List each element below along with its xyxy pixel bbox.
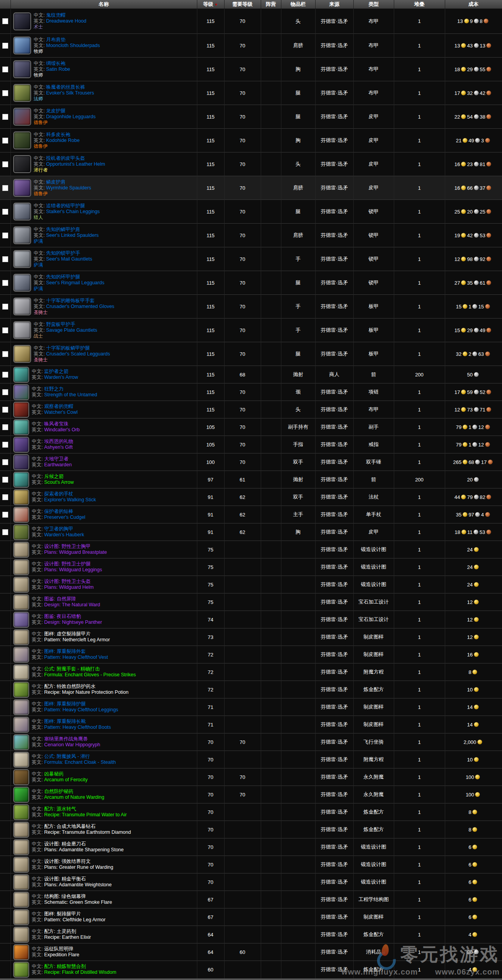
item-source[interactable]: 芬德雷·迅矛 xyxy=(315,436,353,453)
item-name-en[interactable]: Seer's Ringmail Legguards xyxy=(46,280,104,285)
item-name-cn[interactable]: 科多皮长袍 xyxy=(46,132,70,137)
item-source[interactable]: 芬德雷·迅矛 xyxy=(315,58,353,81)
item-icon[interactable] xyxy=(13,752,29,768)
item-name-cn[interactable]: 绸缎长袍 xyxy=(46,61,65,66)
item-name-cn[interactable]: 公式: 附魔手套 - 精确打击 xyxy=(44,666,100,672)
item-source[interactable]: 芬德雷·迅矛 xyxy=(315,453,353,471)
item-name-cn[interactable]: 设计图: 野性卫士胸甲 xyxy=(44,544,90,549)
item-icon[interactable] xyxy=(13,84,31,102)
item-source[interactable]: 芬德雷·迅矛 xyxy=(315,628,353,646)
item-name-cn[interactable]: 设计图: 野性卫士护腿 xyxy=(44,561,90,567)
item-icon[interactable] xyxy=(13,402,29,418)
item-source[interactable]: 芬德雷·迅矛 xyxy=(315,576,353,593)
row-checkbox[interactable] xyxy=(2,389,8,395)
item-source[interactable]: 芬德雷·迅矛 xyxy=(315,611,353,628)
item-name-cn[interactable]: 月布肩垫 xyxy=(46,37,65,42)
item-name-en[interactable]: Wyrmhide Spaulders xyxy=(46,185,91,191)
item-source[interactable]: 芬德雷·迅矛 xyxy=(315,646,353,663)
item-source[interactable]: 芬德雷·迅矛 xyxy=(315,200,353,224)
item-icon[interactable] xyxy=(13,647,29,663)
item-name-cn[interactable]: 投机者的皮甲头盔 xyxy=(46,156,85,161)
item-icon[interactable] xyxy=(13,12,31,30)
row-checkbox[interactable] xyxy=(2,43,8,49)
item-source[interactable]: 芬德雷·迅矛 xyxy=(315,593,353,611)
item-name-cn[interactable]: 斥候之箭 xyxy=(44,474,63,479)
select-all-header[interactable] xyxy=(0,0,11,9)
item-name-en[interactable]: Schematic: Green Smoke Flare xyxy=(44,900,112,905)
item-icon[interactable] xyxy=(13,155,31,173)
item-icon[interactable] xyxy=(13,250,31,268)
item-source[interactable]: 芬德雷·迅矛 xyxy=(315,786,353,803)
item-name-cn[interactable]: 设计图: 精金磨刀石 xyxy=(44,841,86,847)
item-source[interactable]: 芬德雷·迅矛 xyxy=(315,768,353,786)
item-icon[interactable] xyxy=(13,524,29,540)
item-icon[interactable] xyxy=(13,682,29,698)
item-source[interactable]: 芬德雷·迅矛 xyxy=(315,541,353,558)
item-source[interactable]: 芬德雷·迅矛 xyxy=(315,271,353,295)
item-name-cn[interactable]: 图样: 厚重裂蹄护腿 xyxy=(44,701,86,707)
item-name-cn[interactable]: 先知的鳞甲护肩 xyxy=(46,227,80,232)
item-name-cn[interactable]: 凶暴秘药 xyxy=(44,771,63,777)
item-icon[interactable] xyxy=(13,542,29,558)
row-checkbox[interactable] xyxy=(2,280,8,286)
item-name-cn[interactable]: 十字军的板鳞甲护腿 xyxy=(46,345,90,351)
item-name-en[interactable]: Plans: Adamantite Weightstone xyxy=(44,882,112,887)
item-name-en[interactable]: Recipe: Earthen Elixir xyxy=(44,934,91,940)
item-name-en[interactable]: Plans: Adamantite Sharpening Stone xyxy=(44,847,123,852)
item-name-cn[interactable]: 图鉴: 夜目石猎豹 xyxy=(44,614,81,619)
item-name-cn[interactable]: 鳞皮护肩 xyxy=(46,179,65,185)
item-icon[interactable] xyxy=(13,892,29,908)
item-name-en[interactable]: Pattern: Heavy Clefthoof Boots xyxy=(44,724,111,730)
item-name-cn[interactable]: 鬼纹兜帽 xyxy=(46,12,65,18)
item-icon[interactable] xyxy=(13,226,31,244)
item-name-en[interactable]: Recipe: Flask of Distilled Wisdom xyxy=(44,970,116,975)
item-name-en[interactable]: Plans: Wildguard Helm xyxy=(44,584,93,590)
item-source[interactable]: 芬德雷·迅矛 xyxy=(315,342,353,366)
item-name-en[interactable]: Crusader's Scaled Legguards xyxy=(46,351,110,357)
item-name-en[interactable]: Evoker's Silk Trousers xyxy=(46,90,94,96)
item-icon[interactable] xyxy=(13,594,29,610)
item-source[interactable]: 芬德雷·迅矛 xyxy=(315,418,353,436)
column-header-类型[interactable]: 类型 xyxy=(353,0,394,9)
item-name-en[interactable]: Formula: Enchant Cloak - Stealth xyxy=(44,760,116,765)
item-icon[interactable] xyxy=(13,944,29,960)
item-name-en[interactable]: Mooncloth Shoulderpads xyxy=(46,43,100,48)
item-name-en[interactable]: Design: The Natural Ward xyxy=(44,602,100,607)
item-name-cn[interactable]: 配方: 特效自然防护药水 xyxy=(44,684,95,689)
row-checkbox[interactable] xyxy=(2,512,8,518)
item-name-en[interactable]: Strength of the Untamed xyxy=(44,392,97,397)
item-name-en[interactable]: Recipe: Major Nature Protection Potion xyxy=(44,690,128,695)
item-source[interactable]: 芬德雷·迅矛 xyxy=(315,523,353,541)
item-icon[interactable] xyxy=(13,507,29,523)
item-name-en[interactable]: Pattern: Clefthide Leg Armor xyxy=(44,917,105,922)
item-source[interactable]: 芬德雷·迅矛 xyxy=(315,247,353,271)
item-name-cn[interactable]: 唤风者宝珠 xyxy=(44,421,68,427)
item-icon[interactable] xyxy=(13,822,29,838)
item-name-en[interactable]: Plans: Wildguard Breastplate xyxy=(44,550,107,555)
item-name-cn[interactable]: 先知的锁甲护手 xyxy=(46,250,80,256)
item-icon[interactable] xyxy=(13,787,29,803)
item-icon[interactable] xyxy=(13,298,31,315)
item-icon[interactable] xyxy=(13,962,29,978)
item-icon[interactable] xyxy=(13,909,29,925)
row-checkbox[interactable] xyxy=(2,529,8,535)
row-checkbox[interactable] xyxy=(2,424,8,430)
item-icon[interactable] xyxy=(13,60,31,78)
item-icon[interactable] xyxy=(13,321,31,339)
item-source[interactable]: 芬德雷·迅矛 xyxy=(315,838,353,856)
item-name-en[interactable]: Satin Robe xyxy=(46,66,70,72)
item-name-cn[interactable]: 远征队照明弹 xyxy=(44,946,73,952)
item-source[interactable]: 芬德雷·迅矛 xyxy=(315,873,353,891)
item-source[interactable]: 芬德雷·迅矛 xyxy=(315,681,353,698)
item-source[interactable]: 芬德雷·迅矛 xyxy=(315,152,353,176)
item-source[interactable]: 芬德雷·迅矛 xyxy=(315,821,353,838)
item-name-cn[interactable]: 图鉴: 自然屏障 xyxy=(44,596,76,602)
item-name-cn[interactable]: 设计图: 强效结界符文 xyxy=(44,859,90,864)
item-name-en[interactable]: Pattern: Nethercleft Leg Armor xyxy=(44,637,110,642)
row-checkbox[interactable] xyxy=(2,114,8,120)
item-icon[interactable] xyxy=(13,769,29,785)
row-checkbox[interactable] xyxy=(2,442,8,448)
item-name-en[interactable]: Cenarion War Hippogryph xyxy=(44,742,100,747)
item-icon[interactable] xyxy=(13,699,29,715)
item-source[interactable]: 芬德雷·迅矛 xyxy=(315,751,353,768)
